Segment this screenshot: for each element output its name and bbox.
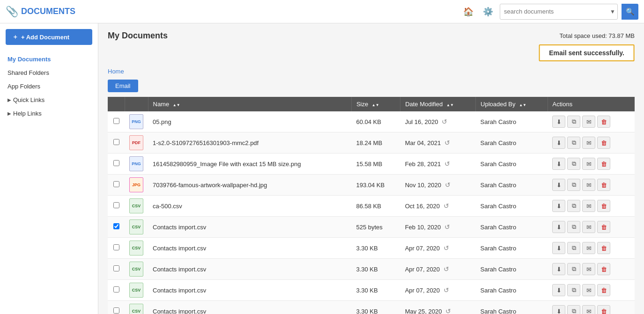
email-file-button[interactable]: ✉ — [582, 263, 595, 275]
download-button[interactable]: ⬇ — [552, 137, 565, 149]
row-checkbox-cell[interactable] — [108, 196, 125, 217]
share-button[interactable]: ⧉ — [567, 305, 580, 314]
breadcrumb-home[interactable]: Home — [108, 68, 124, 75]
col-size[interactable]: Size ▲▼ — [351, 97, 400, 111]
file-name-cell[interactable]: 05.png — [148, 111, 351, 132]
sidebar-item-shared-folders[interactable]: Shared Folders — [0, 66, 98, 80]
delete-button[interactable]: 🗑 — [597, 305, 610, 314]
row-checkbox[interactable] — [113, 244, 119, 250]
delete-button[interactable]: 🗑 — [597, 221, 610, 233]
email-file-button[interactable]: ✉ — [582, 158, 595, 170]
share-button[interactable]: ⧉ — [567, 179, 580, 191]
email-file-button[interactable]: ✉ — [582, 284, 595, 296]
row-checkbox-cell[interactable] — [108, 132, 125, 153]
email-file-button[interactable]: ✉ — [582, 137, 595, 149]
email-file-button[interactable]: ✉ — [582, 200, 595, 212]
add-document-button[interactable]: ＋ + Add Document — [6, 29, 92, 45]
email-file-button[interactable]: ✉ — [582, 305, 595, 314]
row-checkbox-cell[interactable] — [108, 280, 125, 301]
sort-size-arrows[interactable]: ▲▼ — [372, 103, 379, 107]
sidebar-item-my-documents[interactable]: My Documents — [0, 52, 98, 66]
download-button[interactable]: ⬇ — [552, 305, 565, 314]
share-button[interactable]: ⧉ — [567, 263, 580, 275]
file-name-cell[interactable]: 1614582980959_Image File with exact 15 M… — [148, 153, 351, 175]
history-icon[interactable]: ↺ — [444, 139, 450, 146]
settings-button[interactable]: ⚙️ — [480, 4, 496, 20]
row-checkbox-cell[interactable] — [108, 259, 125, 280]
home-button[interactable]: 🏠 — [460, 4, 476, 20]
share-button[interactable]: ⧉ — [567, 158, 580, 170]
col-date[interactable]: Date Modified ▲▼ — [400, 97, 476, 111]
delete-button[interactable]: 🗑 — [597, 242, 610, 254]
row-checkbox[interactable] — [113, 223, 119, 229]
file-name-cell[interactable]: Contacts import.csv — [148, 301, 351, 314]
sidebar-item-help-links[interactable]: ▶ Help Links — [0, 107, 98, 120]
col-uploader[interactable]: Uploaded By ▲▼ — [476, 97, 548, 111]
breadcrumb[interactable]: Home — [108, 68, 635, 75]
file-name-cell[interactable]: Contacts import.csv — [148, 238, 351, 259]
row-checkbox[interactable] — [113, 139, 119, 145]
row-checkbox[interactable] — [113, 265, 119, 271]
sidebar-item-quick-links[interactable]: ▶ Quick Links — [0, 93, 98, 107]
row-checkbox[interactable] — [113, 202, 119, 208]
row-checkbox-cell[interactable] — [108, 111, 125, 132]
sort-date-arrows[interactable]: ▲▼ — [446, 103, 454, 107]
download-button[interactable]: ⬇ — [552, 263, 565, 275]
delete-button[interactable]: 🗑 — [597, 137, 610, 149]
file-name-cell[interactable]: ca-500.csv — [148, 196, 351, 217]
file-name-cell[interactable]: Contacts import.csv — [148, 217, 351, 238]
row-checkbox-cell[interactable] — [108, 175, 125, 196]
file-name-cell[interactable]: Contacts import.csv — [148, 280, 351, 301]
history-icon[interactable]: ↺ — [445, 307, 451, 314]
email-file-button[interactable]: ✉ — [582, 179, 595, 191]
sidebar-item-app-folders[interactable]: App Folders — [0, 80, 98, 93]
row-checkbox-cell[interactable] — [108, 238, 125, 259]
history-icon[interactable]: ↺ — [444, 265, 449, 273]
row-checkbox[interactable] — [113, 181, 119, 187]
file-name-cell[interactable]: 1-s2.0-S1097276516301903-mmc2.pdf — [148, 132, 351, 153]
email-file-button[interactable]: ✉ — [582, 221, 595, 233]
download-button[interactable]: ⬇ — [552, 158, 565, 170]
download-button[interactable]: ⬇ — [552, 116, 565, 128]
email-button[interactable]: Email — [108, 80, 138, 92]
file-name-cell[interactable]: 7039766-famous-artwork-wallpaper-hd.jpg — [148, 175, 351, 196]
logo[interactable]: 📎 DOCUMENTS — [6, 6, 75, 18]
share-button[interactable]: ⧉ — [567, 116, 580, 128]
search-input[interactable] — [500, 8, 608, 15]
history-icon[interactable]: ↺ — [442, 118, 447, 125]
row-checkbox-cell[interactable] — [108, 301, 125, 314]
history-icon[interactable]: ↺ — [444, 202, 449, 210]
share-button[interactable]: ⧉ — [567, 284, 580, 296]
share-button[interactable]: ⧉ — [567, 137, 580, 149]
delete-button[interactable]: 🗑 — [597, 158, 610, 170]
share-button[interactable]: ⧉ — [567, 242, 580, 254]
delete-button[interactable]: 🗑 — [597, 179, 610, 191]
col-name[interactable]: Name ▲▼ — [148, 97, 351, 111]
share-button[interactable]: ⧉ — [567, 200, 580, 212]
sort-name-arrows[interactable]: ▲▼ — [173, 103, 180, 107]
history-icon[interactable]: ↺ — [445, 181, 451, 189]
sort-uploader-arrows[interactable]: ▲▼ — [519, 103, 526, 107]
history-icon[interactable]: ↺ — [444, 244, 449, 252]
download-button[interactable]: ⬇ — [552, 242, 565, 254]
share-button[interactable]: ⧉ — [567, 221, 580, 233]
row-checkbox[interactable] — [113, 160, 119, 166]
row-checkbox-cell[interactable] — [108, 153, 125, 175]
email-file-button[interactable]: ✉ — [582, 242, 595, 254]
download-button[interactable]: ⬇ — [552, 179, 565, 191]
row-checkbox[interactable] — [113, 307, 119, 314]
history-icon[interactable]: ↺ — [444, 286, 449, 294]
download-button[interactable]: ⬇ — [552, 221, 565, 233]
history-icon[interactable]: ↺ — [444, 223, 450, 231]
download-button[interactable]: ⬇ — [552, 284, 565, 296]
delete-button[interactable]: 🗑 — [597, 116, 610, 128]
row-checkbox[interactable] — [113, 286, 119, 292]
email-file-button[interactable]: ✉ — [582, 116, 595, 128]
download-button[interactable]: ⬇ — [552, 200, 565, 212]
search-button[interactable]: 🔍 — [622, 4, 638, 20]
row-checkbox[interactable] — [113, 118, 119, 124]
delete-button[interactable]: 🗑 — [597, 284, 610, 296]
delete-button[interactable]: 🗑 — [597, 200, 610, 212]
search-dropdown-btn[interactable]: ▼ — [608, 8, 617, 15]
file-name-cell[interactable]: Contacts import.csv — [148, 259, 351, 280]
